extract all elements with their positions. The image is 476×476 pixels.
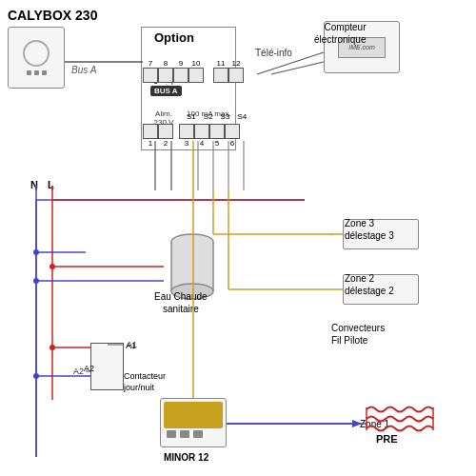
minor-btn2 <box>180 430 189 438</box>
s2-label: S2 <box>204 112 213 121</box>
diagram: CALYBOX 230 Bus A Option - + BUS A 7 8 9 <box>0 0 476 476</box>
compteur-label: Compteur électronique <box>314 21 366 46</box>
a2-label: A2 <box>84 364 94 373</box>
term-6: 6 <box>225 124 240 148</box>
btn2 <box>34 70 39 75</box>
contacteur-device <box>90 343 124 390</box>
btn3 <box>42 70 47 75</box>
term-3: 3 <box>179 124 194 148</box>
minor-btn3 <box>193 430 203 438</box>
l-label: L <box>48 179 54 190</box>
term-8: 8 <box>158 59 173 83</box>
a1-label: A1 <box>126 341 136 350</box>
s3-label: S3 <box>221 112 230 121</box>
bus-a-label: Bus A <box>71 65 96 75</box>
term-9: 9 <box>173 59 188 83</box>
contacteur-label: Contacteur jour/nuit <box>124 371 166 393</box>
svg-point-19 <box>50 264 55 269</box>
pre-label: PRE <box>376 433 398 445</box>
teleinfo-label: Télé-info <box>255 48 292 58</box>
term-5: 5 <box>209 124 225 148</box>
s-labels: S1 S2 S3 S4 <box>187 112 247 121</box>
s1-label: S1 <box>187 112 196 121</box>
calybox-device <box>8 27 65 89</box>
minor-label: MINOR 12 <box>164 452 208 463</box>
svg-point-21 <box>33 278 39 284</box>
convecteurs-label: Convecteurs Fil Pilote <box>331 322 385 347</box>
zone1-label: Zone 1 <box>360 419 389 429</box>
btn1 <box>27 70 31 75</box>
svg-line-9 <box>271 62 324 74</box>
zone3-label: Zone 3 délestage 3 <box>345 217 394 242</box>
zone2-label: Zone 2 délestage 2 <box>345 272 394 297</box>
n-label: N <box>30 179 38 190</box>
thermostat-circle <box>23 40 50 67</box>
term-1: 1 <box>143 124 158 148</box>
svg-text:A2: A2 <box>73 367 84 376</box>
minor-btn1 <box>167 430 176 438</box>
thermostat-buttons <box>27 70 47 75</box>
svg-point-25 <box>33 373 39 379</box>
term-2: 2 <box>158 124 173 148</box>
svg-point-17 <box>33 249 39 255</box>
s4-label: S4 <box>237 112 247 121</box>
terminals-bottom-row: 1 2 3 4 5 6 <box>143 124 240 148</box>
terminals-top-row: 7 8 9 10 11 12 <box>143 59 244 83</box>
chauffe-eau-label: Eau Chaude sanitaire <box>154 290 208 315</box>
option-label: Option <box>154 30 194 45</box>
term-12: 12 <box>228 59 244 83</box>
minor-buttons <box>167 430 203 438</box>
term-11: 11 <box>213 59 228 83</box>
term-10: 10 <box>188 59 204 83</box>
page-title: CALYBOX 230 <box>8 8 97 23</box>
bus-a-badge: BUS A <box>150 86 182 96</box>
minor-screen <box>164 402 223 428</box>
term-4: 4 <box>194 124 209 148</box>
svg-point-23 <box>50 345 55 350</box>
term-7: 7 <box>143 59 158 83</box>
